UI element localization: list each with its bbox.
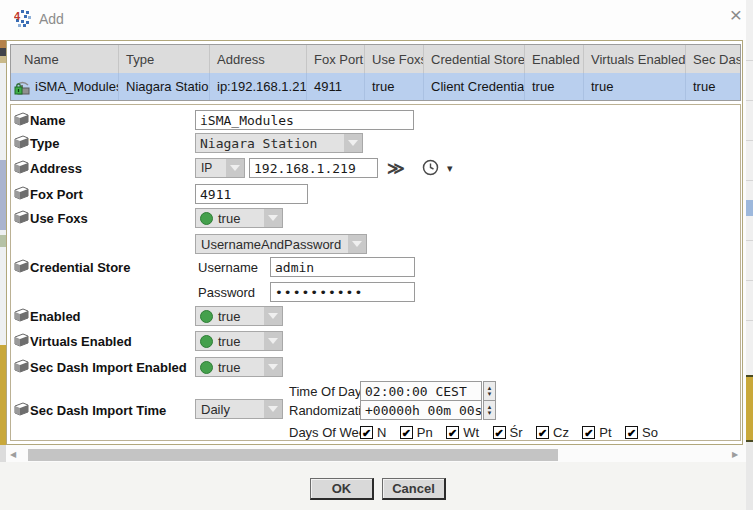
expand-chevrons-icon[interactable]: ≫ (387, 158, 405, 179)
property-cube-icon (14, 160, 29, 175)
name-label: Name (30, 113, 65, 128)
cell-address: ip:192.168.1.219 (210, 73, 307, 100)
chevron-down-icon (344, 134, 362, 152)
checkbox-checked-icon (536, 426, 549, 439)
property-cube-icon (14, 402, 29, 417)
use-foxs-label: Use Foxs (30, 211, 88, 226)
time-of-day-input[interactable]: 02:00:00 CEST (360, 381, 482, 401)
type-label: Type (30, 136, 59, 151)
column-header-type[interactable]: Type (119, 45, 210, 73)
day-checkbox-cz[interactable]: Cz (536, 425, 569, 440)
scroll-left-arrow-icon[interactable]: ◀ (10, 450, 16, 459)
enabled-label: Enabled (30, 309, 81, 324)
day-checkbox-wt[interactable]: Wt (446, 425, 479, 440)
clock-dropdown-caret-icon[interactable]: ▾ (447, 162, 453, 175)
status-green-dot-icon (200, 310, 213, 323)
sec-dash-import-time-label: Sec Dash Import Time (30, 403, 166, 418)
fox-port-label: Fox Port (30, 187, 83, 202)
address-input[interactable]: 192.168.1.219 (249, 158, 378, 178)
chevron-down-icon (226, 159, 244, 177)
property-cube-icon (14, 308, 29, 323)
chevron-down-icon (264, 358, 282, 376)
dialog-content-pane: Name Type Address Fox Port Use Foxs Cred… (6, 40, 743, 445)
property-cube-icon (14, 359, 29, 374)
type-select[interactable]: Niagara Station (195, 133, 363, 153)
close-icon[interactable]: × (724, 2, 748, 28)
table-header-row: Name Type Address Fox Port Use Foxs Cred… (11, 45, 740, 73)
checkbox-checked-icon (360, 426, 373, 439)
day-checkbox-pt[interactable]: Pt (582, 425, 611, 440)
credential-mode-select[interactable]: UsernameAndPassword (195, 234, 367, 254)
address-scheme-select[interactable]: IP (195, 158, 245, 178)
status-green-dot-icon (200, 212, 213, 225)
cell-enabled: true (525, 73, 584, 100)
enabled-select[interactable]: true (195, 306, 283, 326)
password-input[interactable]: •••••••••• (270, 282, 415, 302)
cell-sec-dash: true (686, 73, 741, 100)
frequency-select[interactable]: Daily (195, 399, 283, 419)
cell-name: iSMA_Modules (11, 73, 119, 100)
username-input[interactable]: admin (270, 257, 415, 277)
horizontal-scrollbar-thumb[interactable] (28, 449, 558, 461)
credential-store-label: Credential Store (30, 260, 130, 275)
day-checkbox-sr[interactable]: Śr (493, 425, 523, 440)
chevron-down-icon (348, 235, 366, 253)
column-header-address[interactable]: Address (210, 45, 307, 73)
virtuals-enabled-select[interactable]: true (195, 331, 283, 351)
devices-table: Name Type Address Fox Port Use Foxs Cred… (10, 44, 741, 101)
clock-icon[interactable] (422, 159, 439, 176)
cell-use-foxs: true (365, 73, 424, 100)
property-form: Name iSMA_Modules Type Niagara Station A… (10, 104, 741, 441)
chevron-down-icon (264, 400, 282, 418)
day-checkbox-pn[interactable]: Pn (400, 425, 433, 440)
randomization-spinner-icon[interactable]: ▲▼ (483, 400, 496, 420)
column-header-enabled[interactable]: Enabled (525, 45, 584, 73)
virtuals-enabled-label: Virtuals Enabled (30, 334, 132, 349)
status-green-dot-icon (200, 361, 213, 374)
cell-virtuals-enabled: true (584, 73, 686, 100)
cell-type: Niagara Station (119, 73, 210, 100)
day-checkbox-so[interactable]: So (625, 425, 658, 440)
checkbox-checked-icon (400, 426, 413, 439)
sec-dash-import-enabled-select[interactable]: true (195, 357, 283, 377)
cancel-button[interactable]: Cancel (382, 478, 446, 500)
chevron-down-icon (264, 332, 282, 350)
dialog-titlebar: 4 Add × (0, 0, 746, 40)
property-cube-icon (14, 186, 29, 201)
name-input[interactable]: iSMA_Modules (195, 110, 414, 130)
chevron-down-icon (264, 209, 282, 227)
svg-text:4: 4 (14, 10, 21, 22)
fox-port-input[interactable]: 4911 (195, 184, 308, 204)
time-of-day-label: Time Of Day (289, 384, 361, 399)
address-label: Address (30, 161, 82, 176)
property-cube-icon (14, 333, 29, 348)
column-header-name[interactable]: Name (11, 45, 119, 73)
scroll-right-arrow-icon[interactable]: ▶ (732, 450, 738, 459)
username-label: Username (198, 260, 258, 275)
checkbox-checked-icon (493, 426, 506, 439)
column-header-use-foxs[interactable]: Use Foxs (365, 45, 424, 73)
use-foxs-select[interactable]: true (195, 208, 283, 228)
property-cube-icon (14, 135, 29, 150)
sec-dash-import-enabled-label: Sec Dash Import Enabled (30, 360, 187, 375)
password-label: Password (198, 285, 255, 300)
column-header-virtuals-enabled[interactable]: Virtuals Enabled (584, 45, 686, 73)
dialog-title: Add (39, 11, 64, 27)
property-cube-icon (14, 112, 29, 127)
background-right-edge (746, 0, 753, 510)
column-header-credential-store[interactable]: Credential Store (424, 45, 525, 73)
time-of-day-spinner-icon[interactable]: ▲▼ (483, 381, 496, 401)
property-cube-icon (14, 259, 29, 274)
cell-fox-port: 4911 (307, 73, 365, 100)
ok-button[interactable]: OK (310, 478, 374, 500)
randomization-input[interactable]: +00000h 00m 00s (360, 400, 482, 420)
table-row[interactable]: iSMA_Modules Niagara Station ip:192.168.… (11, 73, 740, 100)
chevron-down-icon (264, 307, 282, 325)
cell-credential-store: Client Credentials (424, 73, 525, 100)
day-checkbox-n[interactable]: N (360, 425, 386, 440)
column-header-sec-dash[interactable]: Sec Dash (686, 45, 741, 73)
days-of-week-group: N Pn Wt Śr Cz Pt So (360, 423, 667, 441)
column-header-fox-port[interactable]: Fox Port (307, 45, 365, 73)
niagara-logo-icon: 4 (14, 10, 31, 27)
checkbox-checked-icon (625, 426, 638, 439)
